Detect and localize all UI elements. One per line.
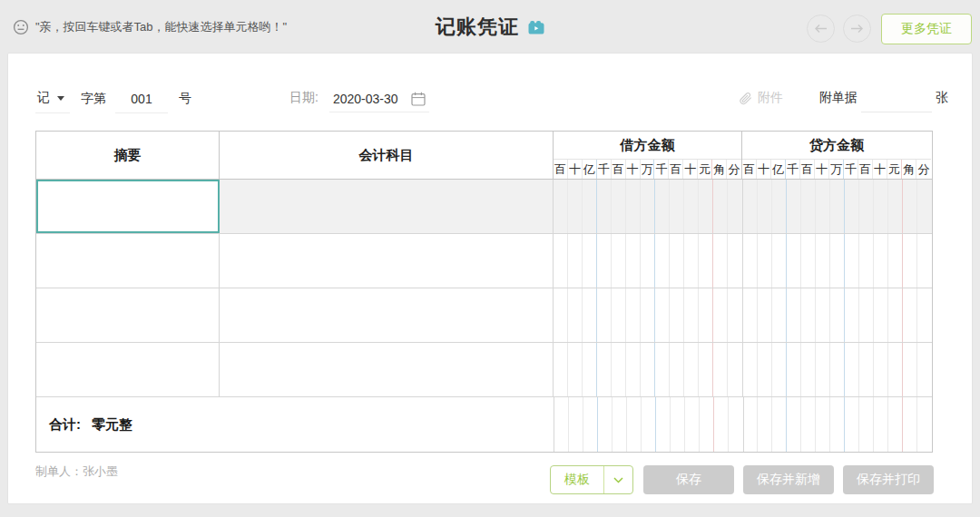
digit-cell	[728, 288, 742, 342]
digit-unit-header: 千	[844, 160, 858, 179]
digit-cell	[801, 180, 816, 233]
digit-cell	[700, 397, 714, 452]
attachment-label: 附件	[758, 90, 783, 106]
total-cell: 合计: 零元整	[36, 397, 554, 452]
credit-column-header: 贷方金额 百十亿千百十万千百十元角分	[742, 132, 931, 179]
previous-voucher-button[interactable]	[807, 15, 835, 43]
voucher-number-input[interactable]	[115, 92, 168, 113]
digit-unit-header: 元	[887, 160, 902, 179]
more-vouchers-button[interactable]: 更多凭证	[881, 14, 972, 44]
digit-cell	[758, 397, 772, 452]
digit-unit-header: 分	[727, 160, 741, 179]
digit-cell	[713, 343, 728, 396]
save-button[interactable]: 保存	[643, 465, 734, 494]
arrow-right-icon	[850, 24, 864, 34]
digit-cell	[830, 397, 845, 452]
digit-cell	[903, 343, 917, 396]
smiley-icon	[13, 19, 29, 35]
digit-cell	[685, 397, 700, 452]
account-cell[interactable]	[220, 180, 554, 233]
account-cell[interactable]	[220, 234, 554, 288]
voucher-number-suffix-label: 号	[179, 91, 191, 113]
date-field[interactable]: 2020-03-30	[329, 92, 429, 112]
account-cell[interactable]	[220, 288, 554, 342]
digit-cell	[728, 343, 742, 396]
digit-cell	[888, 288, 903, 342]
account-column-header: 会计科目	[220, 132, 554, 179]
credit-amount-cell[interactable]	[743, 288, 932, 342]
digit-unit-header: 百	[858, 160, 873, 179]
digit-cell	[772, 288, 787, 342]
top-bar: "亲，按回车键或者Tab，能快速选择单元格哟！" 记账凭证	[0, 0, 980, 53]
summary-cell-selected[interactable]	[36, 180, 220, 233]
digit-cell	[554, 343, 568, 396]
video-help-icon[interactable]	[528, 21, 544, 34]
credit-amount-cell[interactable]	[743, 234, 932, 288]
summary-cell[interactable]	[36, 234, 220, 288]
chevron-down-icon[interactable]	[604, 466, 632, 493]
digit-cell	[670, 234, 684, 288]
digit-unit-header: 千	[597, 160, 612, 179]
credit-amount-cell[interactable]	[743, 180, 932, 233]
digit-unit-header: 万	[829, 160, 844, 179]
digit-unit-header: 亿	[583, 160, 597, 179]
digit-cell	[612, 343, 626, 396]
digit-cell	[845, 397, 859, 452]
date-value: 2020-03-30	[333, 92, 398, 106]
digit-cell	[888, 234, 903, 288]
credit-total-cell	[744, 397, 933, 452]
digit-cell	[554, 288, 568, 342]
digit-cell	[758, 180, 772, 233]
digit-unit-header: 角	[902, 160, 916, 179]
template-button-label[interactable]: 模板	[551, 466, 603, 493]
digit-cell	[874, 234, 888, 288]
template-split-button[interactable]: 模板	[550, 465, 633, 494]
digit-cell	[917, 397, 932, 452]
caret-down-icon	[57, 96, 64, 101]
summary-cell[interactable]	[36, 343, 220, 396]
digit-unit-header: 十	[683, 160, 698, 179]
digit-cell	[670, 288, 684, 342]
paperclip-icon	[739, 92, 752, 105]
debit-amount-cell[interactable]	[554, 234, 743, 288]
arrow-left-icon	[814, 24, 828, 34]
save-and-print-button[interactable]: 保存并打印	[843, 465, 934, 494]
digit-cell	[597, 180, 612, 233]
credit-digit-headers: 百十亿千百十万千百十元角分	[742, 160, 931, 179]
digit-unit-header: 千	[786, 160, 800, 179]
save-and-new-button[interactable]: 保存并新增	[743, 465, 834, 494]
digit-cell	[641, 288, 655, 342]
next-voucher-button[interactable]	[843, 15, 871, 43]
digit-cell	[874, 180, 888, 233]
digit-cell	[612, 180, 626, 233]
debit-header-label: 借方金额	[554, 132, 741, 160]
digit-cell	[859, 288, 874, 342]
credit-amount-cell[interactable]	[743, 343, 932, 396]
digit-cell	[743, 343, 758, 396]
digit-cell	[816, 288, 830, 342]
attachment-link[interactable]: 附件	[739, 90, 783, 112]
digit-cell	[830, 288, 845, 342]
voucher-row-3	[36, 288, 932, 343]
digit-cell	[641, 343, 655, 396]
digit-cell	[684, 343, 699, 396]
debit-amount-cell[interactable]	[554, 180, 743, 233]
attached-docs-input[interactable]	[861, 93, 932, 112]
summary-cell[interactable]	[36, 288, 220, 342]
digit-cell	[627, 397, 642, 452]
voucher-word-select[interactable]: 记	[35, 90, 70, 113]
digit-cell	[845, 343, 859, 396]
digit-unit-header: 角	[712, 160, 727, 179]
digit-cell	[713, 180, 728, 233]
digit-cell	[874, 288, 888, 342]
summary-column-header: 摘要	[36, 132, 220, 179]
debit-amount-cell[interactable]	[554, 343, 743, 396]
digit-cell	[816, 397, 830, 452]
digit-cell	[903, 397, 917, 452]
debit-amount-cell[interactable]	[554, 288, 743, 342]
digit-cell	[612, 397, 627, 452]
digit-cell	[670, 180, 684, 233]
digit-cell	[874, 343, 888, 396]
total-label: 合计:	[49, 416, 81, 434]
account-cell[interactable]	[220, 343, 554, 396]
